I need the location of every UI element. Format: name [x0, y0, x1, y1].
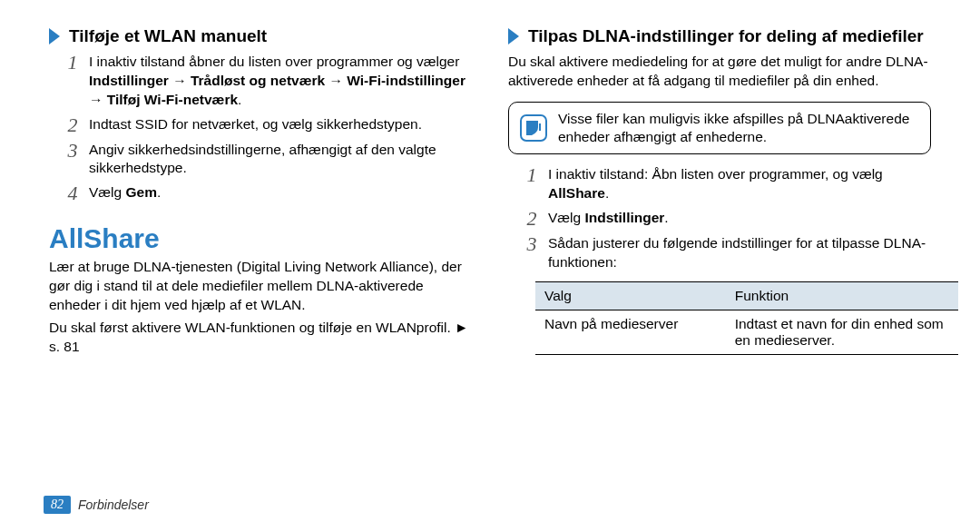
- step-number: 3: [524, 234, 539, 272]
- allshare-para2: Du skal først aktivere WLAN-funktionen o…: [49, 319, 472, 357]
- svg-marker-0: [49, 28, 60, 44]
- right-heading-text: Tilpas DLNA-indstillinger for deling af …: [528, 25, 924, 47]
- rstep1-tail: .: [605, 185, 609, 201]
- table-cell-function: Indtast et navn for din enhed som en med…: [726, 310, 958, 354]
- step-number: 3: [65, 141, 80, 179]
- note-text: Visse filer kan muligvis ikke afspilles …: [558, 110, 919, 146]
- right-step-1: 1 I inaktiv tilstand: Åbn listen over pr…: [524, 165, 931, 203]
- table-row: Navn på medieserver Indtast et navn for …: [535, 310, 958, 354]
- step4-bold: Gem: [126, 184, 157, 200]
- step-number: 2: [524, 209, 539, 229]
- settings-table: Valg Funktion Navn på medieserver Indtas…: [535, 281, 958, 355]
- rstep3-text: Sådan justerer du følgende indstillinger…: [548, 234, 931, 272]
- left-step-3: 3 Angiv sikkerhedsindstillingerne, afhæn…: [65, 141, 472, 179]
- chevron-right-icon: [49, 28, 62, 44]
- rstep2-tail: .: [664, 210, 668, 225]
- step-number: 2: [65, 115, 80, 135]
- section-name: Forbindelser: [78, 498, 149, 512]
- left-step-2: 2 Indtast SSID for netværket, og vælg si…: [65, 115, 472, 135]
- left-subheading: Tilføje et WLAN manuelt: [49, 25, 472, 47]
- note-box: Visse filer kan muligvis ikke afspilles …: [508, 102, 931, 154]
- table-cell-option: Navn på medieserver: [535, 310, 726, 354]
- step1-tail: .: [238, 92, 241, 107]
- step-number: 4: [65, 183, 80, 203]
- step4-text: Vælg: [89, 184, 126, 200]
- rstep1-text: I inaktiv tilstand: Åbn listen over prog…: [548, 166, 883, 182]
- table-header-valg: Valg: [535, 281, 726, 310]
- table-header-funktion: Funktion: [726, 281, 958, 310]
- allshare-para1: Lær at bruge DLNA-tjenesten (Digital Liv…: [49, 258, 472, 315]
- table-header-row: Valg Funktion: [535, 281, 958, 310]
- right-subheading: Tilpas DLNA-indstillinger for deling af …: [508, 25, 931, 47]
- right-step-3: 3 Sådan justerer du følgende indstilling…: [524, 234, 931, 272]
- step4-tail: .: [157, 184, 161, 200]
- note-icon: [520, 114, 547, 142]
- right-intro: Du skal aktivere mediedeling for at gøre…: [508, 53, 931, 91]
- step1-bold: Indstillinger → Trådløst og netværk → Wi…: [89, 73, 466, 107]
- rstep2-text: Vælg: [548, 210, 585, 225]
- svg-marker-1: [508, 28, 519, 44]
- page-number: 82: [44, 496, 71, 514]
- left-heading-text: Tilføje et WLAN manuelt: [69, 25, 267, 47]
- step-number: 1: [524, 165, 539, 203]
- step-number: 1: [65, 53, 80, 110]
- page-footer: 82 Forbindelser: [44, 496, 149, 514]
- rstep1-bold: AllShare: [548, 185, 605, 201]
- right-step-2: 2 Vælg Indstillinger.: [524, 209, 931, 229]
- step1-text: I inaktiv tilstand åbner du listen over …: [89, 54, 459, 69]
- chevron-right-icon: [508, 28, 521, 44]
- step2-text: Indtast SSID for netværket, og vælg sikk…: [89, 115, 472, 135]
- step3-text: Angiv sikkerhedsindstillingerne, afhængi…: [89, 141, 472, 179]
- allshare-title: AllShare: [49, 223, 472, 254]
- rstep2-bold: Indstillinger: [585, 210, 665, 225]
- left-step-4: 4 Vælg Gem.: [65, 183, 472, 203]
- left-step-1: 1 I inaktiv tilstand åbner du listen ove…: [65, 53, 472, 110]
